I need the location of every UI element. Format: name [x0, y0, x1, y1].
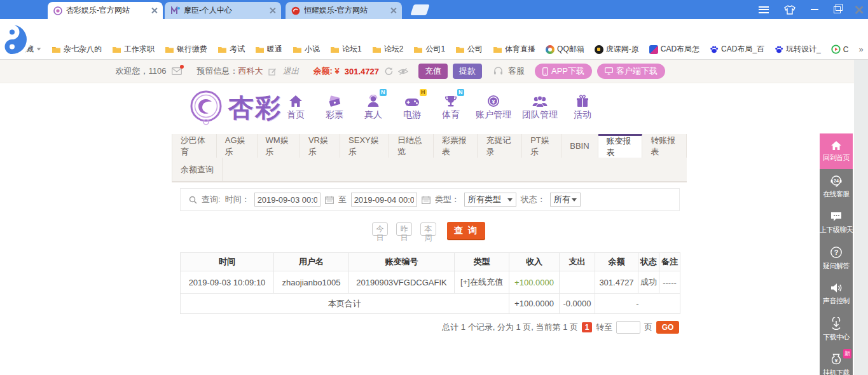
tab-deposit-withdraw[interactable]: 充提记录 — [478, 134, 522, 158]
nav-item-live[interactable]: N 真人 — [359, 92, 387, 121]
sidebar-item-online-service[interactable]: 24 在线客服 — [820, 169, 853, 205]
service-link[interactable]: 客服 — [508, 65, 525, 77]
recharge-button[interactable]: 充值 — [418, 64, 448, 79]
nav-item-activity[interactable]: 活动 — [568, 92, 596, 121]
tab-lottery-report[interactable]: 彩票报表 — [434, 134, 478, 158]
bookmark-folder[interactable]: 公司 — [455, 44, 483, 55]
site-logo-text: 杏彩 — [228, 90, 282, 125]
skin-theme-icon[interactable] — [784, 5, 796, 15]
minimize-icon[interactable] — [811, 9, 818, 10]
table-row: 2019-09-03 10:09:10 zhaojianbo1005 20190… — [181, 271, 680, 294]
bookmark-folder[interactable]: 暖通 — [255, 44, 282, 55]
bookmarks-overflow-icon[interactable]: » — [858, 44, 862, 54]
user-strip: 欢迎您，1106 预留信息：西科大 退出 余额: ¥ 301.4727 充值 提… — [0, 60, 868, 83]
balance-value: 301.4727 — [345, 67, 379, 76]
site-logo[interactable]: 杏彩 — [189, 90, 282, 125]
close-tab-icon[interactable] — [390, 8, 396, 13]
date-to-input[interactable] — [351, 193, 417, 207]
bookmark-site[interactable]: C — [831, 44, 849, 54]
coin-icon: ¥ — [487, 95, 500, 107]
close-tab-icon[interactable] — [151, 8, 157, 13]
tab-bbin[interactable]: BBIN — [561, 134, 598, 158]
sidebar-item-chat[interactable]: 上下级聊天 — [820, 205, 853, 240]
bookmark-folder[interactable]: 小说 — [293, 44, 320, 55]
nav-item-home[interactable]: 首页 — [282, 92, 310, 121]
bookmark-folder[interactable]: 银行缴费 — [165, 44, 207, 55]
nav-item-account[interactable]: ¥ 账户管理 — [476, 92, 511, 121]
calendar-icon[interactable] — [325, 196, 334, 204]
tab-pt[interactable]: PT娱乐 — [522, 134, 561, 158]
bookmark-folder[interactable]: 公司1 — [413, 44, 445, 55]
bookmark-label: 体育直播 — [505, 44, 535, 55]
folder-icon — [165, 46, 174, 53]
bookmark-site[interactable]: 玩转设计_ — [775, 44, 821, 55]
withdraw-button[interactable]: 提款 — [453, 64, 482, 79]
today-button[interactable]: 今日 — [372, 222, 388, 236]
browser-logo-icon[interactable] — [0, 20, 32, 59]
nav-item-egames[interactable]: H 电游 — [398, 92, 426, 121]
reserved-label: 预留信息： — [197, 66, 238, 76]
bookmark-label: 杂七杂八的 — [64, 44, 102, 55]
week-button[interactable]: 本周 — [420, 222, 436, 236]
reserved-value: 西科大 — [238, 66, 263, 76]
nav-item-team[interactable]: 团队管理 — [522, 92, 558, 121]
bookmark-folder[interactable]: 论坛1 — [330, 44, 362, 55]
restore-icon[interactable] — [834, 6, 841, 13]
floating-sidebar: 回到首页 24 在线客服 上下级聊天 ? 疑问解答 声音控制 下载中心 ¥ 新 … — [820, 133, 853, 375]
sidebar-item-download-center[interactable]: 下载中心 — [820, 311, 853, 347]
edit-icon[interactable] — [268, 67, 277, 76]
tab-sexy[interactable]: SEXY娱乐 — [340, 134, 389, 158]
bookmark-site[interactable]: CAD布局怎 — [649, 44, 699, 55]
bookmark-folder[interactable]: 体育直播 — [493, 44, 535, 55]
type-select[interactable]: 所有类型 — [464, 193, 516, 207]
page-scrollbar[interactable] — [854, 60, 868, 375]
browser-menu-icon[interactable] — [759, 6, 769, 13]
bookmark-folder[interactable]: 考试 — [217, 44, 245, 55]
nav-item-sports[interactable]: N 体育 — [437, 92, 465, 121]
logout-link[interactable]: 退出 — [283, 65, 300, 77]
bookmark-folder[interactable]: 杂七杂八的 — [52, 44, 102, 55]
bookmark-folder[interactable]: 工作求职 — [112, 44, 155, 55]
trophy-icon — [444, 95, 457, 107]
browser-tab-3[interactable]: 恒耀娱乐-官方网站 — [286, 2, 402, 19]
tab-daily-summary[interactable]: 日结总览 — [389, 134, 434, 158]
tab-wm[interactable]: WM娱乐 — [258, 134, 300, 158]
client-download-button[interactable]: 客户端下载 — [597, 64, 665, 79]
date-from-input[interactable] — [254, 193, 320, 207]
close-tab-icon[interactable] — [270, 8, 275, 13]
browser-tab-2[interactable]: 摩臣-个人中心 — [165, 2, 281, 19]
tab-ag[interactable]: AG娱乐 — [217, 134, 258, 158]
tab-vr[interactable]: VR娱乐 — [300, 134, 340, 158]
new-tab-button[interactable] — [410, 4, 430, 15]
bookmark-site[interactable]: 虎课网-原 — [595, 44, 639, 55]
bookmark-site[interactable]: QQ邮箱 — [546, 44, 584, 55]
close-window-icon[interactable] — [855, 6, 863, 14]
pagination-summary: 总计 1 个记录, 分为 1 页, 当前第 1 页 — [442, 322, 578, 333]
bookmark-site[interactable]: CAD布局_百 — [710, 44, 764, 55]
messages-button[interactable] — [172, 67, 182, 75]
goto-page-input[interactable] — [616, 321, 640, 334]
bookmark-folder[interactable]: 论坛2 — [372, 44, 404, 55]
tab-balance-query[interactable]: 余额查询 — [172, 158, 223, 181]
tab-account-change-report[interactable]: 账变报表 — [598, 134, 643, 158]
sidebar-item-back-home[interactable]: 回到首页 — [820, 133, 853, 169]
sidebar-item-sound[interactable]: 声音控制 — [820, 276, 853, 311]
app-download-button[interactable]: APP下载 — [535, 64, 592, 79]
tab-title: 恒耀娱乐-官方网站 — [304, 5, 387, 16]
query-button[interactable]: 查 询 — [447, 222, 485, 239]
sidebar-item-hangup-download[interactable]: ¥ 新 挂机下载 — [820, 347, 853, 375]
yesterday-button[interactable]: 昨日 — [396, 222, 412, 236]
nav-item-lottery[interactable]: 彩票 — [320, 92, 348, 121]
sidebar-item-faq[interactable]: ? 疑问解答 — [820, 240, 853, 276]
tab-shaba-sports[interactable]: 沙巴体育 — [172, 134, 217, 158]
current-page-badge[interactable]: 1 — [582, 322, 592, 332]
go-button[interactable]: GO — [656, 321, 679, 334]
money-pouch-icon: ¥ — [830, 353, 843, 365]
refresh-balance-icon[interactable] — [384, 67, 393, 76]
tab-transfer-report[interactable]: 转账报表 — [642, 134, 687, 158]
browser-tab-1[interactable]: 杏彩娱乐-官方网站 — [48, 2, 163, 19]
calendar-icon[interactable] — [422, 196, 431, 204]
status-select[interactable]: 所有 — [550, 193, 581, 207]
hide-balance-eye-icon[interactable] — [398, 67, 408, 76]
sidebar-label: 疑问解答 — [823, 261, 850, 271]
